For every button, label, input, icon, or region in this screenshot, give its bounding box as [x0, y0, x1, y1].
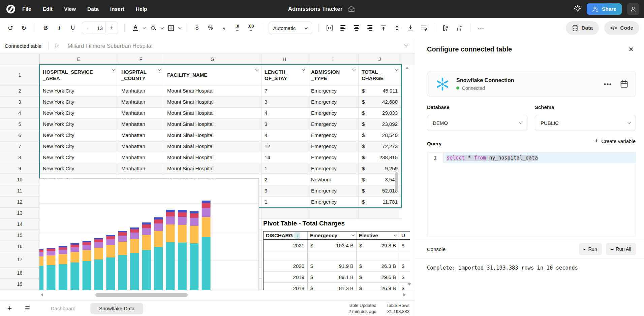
row-header-9[interactable]: 9: [0, 163, 39, 174]
formula-bar-expand-chevron-icon[interactable]: [404, 43, 408, 46]
pivot-cell-value[interactable]: [357, 251, 399, 260]
h-scrollbar-thumb[interactable]: [95, 293, 188, 297]
pivot-cell-value[interactable]: $29.6 B: [357, 272, 399, 282]
row-header-1[interactable]: 1: [0, 65, 39, 85]
cell[interactable]: New York City: [40, 130, 118, 141]
table-header-cell[interactable]: FACILITY_NAME: [164, 65, 261, 85]
embedded-stacked-bar-chart[interactable]: [39, 178, 259, 291]
connection-card[interactable]: Snowflake Connection Connected •••: [427, 71, 636, 97]
pivot-cell-value[interactable]: $26.3 B: [357, 260, 399, 271]
table-header-cell[interactable]: HOSPITAL _COUNTY: [118, 65, 164, 85]
pivot-cell-value[interactable]: $103.4 B: [308, 240, 357, 251]
cell[interactable]: Mount Sinai Hospital: [164, 85, 261, 96]
schedule-calendar-icon[interactable]: [620, 80, 628, 88]
cell[interactable]: Manhattan: [118, 163, 164, 174]
pivot-cell-value[interactable]: $29.8 B: [357, 240, 399, 251]
cell[interactable]: Manhattan: [118, 118, 164, 130]
pivot-cell-value[interactable]: $: [399, 272, 410, 282]
column-filter-chevron-icon[interactable]: [112, 68, 115, 71]
bold-button[interactable]: B: [40, 22, 52, 34]
pivot-cell-year[interactable]: 2020: [264, 260, 308, 271]
cell[interactable]: New York City: [40, 163, 118, 174]
pivot-cell-value[interactable]: $: [399, 260, 410, 271]
vertical-align-bottom-button[interactable]: [405, 22, 416, 34]
pivot-cell-value[interactable]: $91.9 B: [308, 260, 357, 271]
table-header-cell[interactable]: TOTAL_ CHARGE: [359, 65, 401, 85]
insert-chart-button[interactable]: [454, 22, 465, 34]
column-filter-chevron-icon[interactable]: [302, 68, 305, 71]
font-size-value[interactable]: 13: [94, 22, 106, 34]
align-left-button[interactable]: [337, 22, 349, 34]
cell[interactable]: Emergency: [308, 163, 358, 174]
column-filter-chevron-icon[interactable]: [395, 68, 398, 71]
code-panel-button[interactable]: </> Code: [604, 21, 639, 35]
fill-color-chevron-icon[interactable]: [160, 26, 163, 29]
row-header-11[interactable]: 11: [0, 185, 39, 196]
merge-cells-button[interactable]: [324, 22, 335, 34]
cell[interactable]: 9: [262, 185, 308, 196]
cell[interactable]: 3: [262, 118, 308, 130]
database-select[interactable]: DEMO: [427, 115, 527, 131]
fill-color-button[interactable]: [148, 22, 159, 34]
share-button[interactable]: Share: [587, 3, 622, 15]
row-header-7[interactable]: 7: [0, 141, 39, 152]
cell[interactable]: 14: [262, 152, 308, 163]
cell[interactable]: New York City: [40, 107, 118, 118]
pivot-cell-value[interactable]: $26.9 B: [357, 283, 399, 290]
scroll-up-arrow-icon[interactable]: [405, 67, 409, 69]
menu-insert[interactable]: Insert: [110, 6, 124, 12]
schema-select[interactable]: PUBLIC: [535, 115, 636, 131]
cell[interactable]: 3: [262, 96, 308, 107]
column-header-J[interactable]: J: [358, 54, 401, 65]
font-size-increase-button[interactable]: +: [106, 22, 118, 34]
row-header-13[interactable]: 13: [0, 207, 39, 218]
cell[interactable]: 1: [262, 163, 308, 174]
account-avatar-button[interactable]: [627, 3, 639, 15]
sql-query-editor[interactable]: 1 select * from ny_hospital_data: [427, 152, 636, 236]
vertical-align-middle-button[interactable]: [391, 22, 403, 34]
cell[interactable]: 7: [262, 85, 308, 96]
vertical-scrollbar-thumb[interactable]: [395, 172, 398, 191]
cell[interactable]: Emergency: [308, 196, 358, 207]
cell[interactable]: 12: [262, 141, 308, 152]
menu-edit[interactable]: Edit: [43, 6, 53, 12]
run-all-button[interactable]: ▸▸ Run All: [606, 243, 636, 255]
cell-total-charge[interactable]: $28,540: [359, 130, 401, 141]
cell[interactable]: Newborn: [308, 174, 358, 185]
data-panel-button[interactable]: Data: [566, 21, 599, 35]
rows-app-logo-icon[interactable]: [5, 4, 16, 14]
cell[interactable]: Emergency: [308, 96, 358, 107]
pivot-cell-value[interactable]: $: [399, 240, 410, 251]
cell[interactable]: Manhattan: [118, 130, 164, 141]
pivot-cell-year[interactable]: 2019: [264, 272, 308, 282]
cell[interactable]: Mount Sinai Hospital: [164, 96, 261, 107]
row-header-8[interactable]: 8: [0, 152, 39, 163]
cell[interactable]: Emergency: [308, 141, 358, 152]
sql-code-line[interactable]: select * from ny_hospital_data: [447, 155, 538, 161]
menu-view[interactable]: View: [64, 6, 76, 12]
row-header-2[interactable]: 2: [0, 85, 39, 96]
cell[interactable]: New York City: [40, 85, 118, 96]
cell[interactable]: Mount Sinai Hospital: [164, 141, 261, 152]
tab-snowflake-data[interactable]: Snowflake Data: [90, 303, 143, 314]
pivot-header-DISCHARG[interactable]: DISCHARG↓: [264, 232, 308, 239]
cell-total-charge[interactable]: $23,092: [359, 118, 401, 130]
row-header-19[interactable]: 19: [0, 278, 39, 289]
pivot-cell-value[interactable]: $89.1 B: [308, 272, 357, 282]
row-header-12[interactable]: 12: [0, 196, 39, 207]
text-color-chevron-icon[interactable]: [143, 26, 146, 29]
scroll-right-arrow-icon[interactable]: [403, 293, 406, 296]
pivot-cell-value[interactable]: [308, 251, 357, 260]
cell-total-charge[interactable]: $11,781: [359, 196, 401, 207]
close-panel-icon[interactable]: ✕: [628, 45, 634, 54]
row-header-15[interactable]: 15: [0, 230, 39, 241]
sort-descending-icon[interactable]: ↓: [294, 232, 300, 239]
cell[interactable]: New York City: [40, 118, 118, 130]
currency-format-button[interactable]: $: [191, 22, 203, 34]
menu-file[interactable]: File: [22, 6, 31, 12]
row-header-5[interactable]: 5: [0, 118, 39, 130]
row-header-16[interactable]: 16: [0, 241, 39, 252]
cell-total-charge[interactable]: $238,815: [359, 152, 401, 163]
cell-total-charge[interactable]: $72,273: [359, 141, 401, 152]
cell[interactable]: Emergency: [308, 85, 358, 96]
